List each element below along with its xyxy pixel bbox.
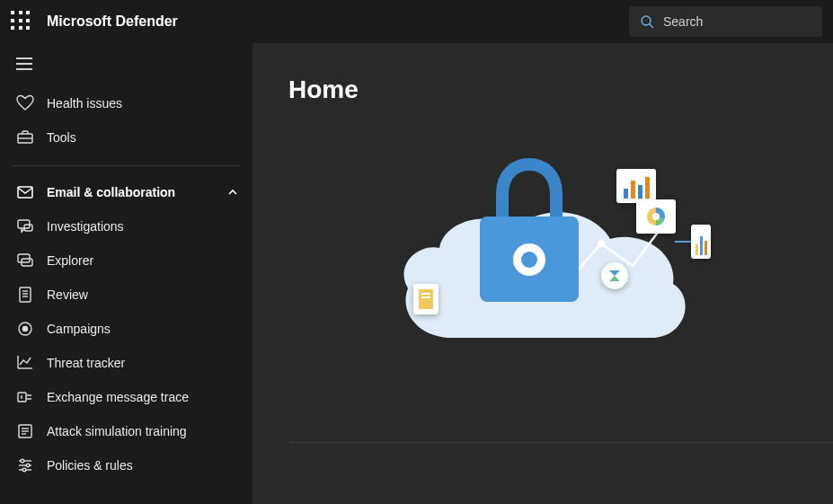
sidebar-item-label: Threat tracker [47,356,239,370]
sidebar-item-label: Investigations [47,219,239,234]
svg-rect-34 [419,289,433,309]
svg-point-28 [22,468,26,472]
svg-rect-7 [18,187,32,198]
chart-line-icon [16,354,34,372]
app-title: Microsoft Defender [47,13,178,30]
sidebar-item-label: Explorer [47,253,239,268]
pie-chart-card [636,199,676,234]
sidebar-item-label: Health issues [47,96,239,111]
search-box[interactable] [629,6,822,37]
sidebar-section-email-collaboration[interactable]: Email & collaboration [0,175,252,209]
svg-line-1 [650,24,653,28]
phone-card [691,225,711,259]
sidebar-toggle[interactable] [0,50,252,86]
page-title: Home [288,75,797,104]
target-icon [16,320,34,338]
svg-point-26 [26,464,30,467]
exchange-icon [16,388,34,406]
main-content: Home [253,43,833,504]
sidebar-item-exchange-message-trace[interactable]: Exchange message trace [0,380,252,414]
sidebar-item-investigations[interactable]: Investigations [0,209,252,243]
hourglass-card [601,262,628,289]
svg-point-24 [21,459,24,463]
sidebar-item-attack-simulation-training[interactable]: Attack simulation training [0,414,252,448]
sliders-icon [16,456,34,474]
toolbox-icon [16,128,34,146]
lock-icon [471,154,588,306]
sidebar-item-policies-rules[interactable]: Policies & rules [0,448,252,482]
svg-rect-36 [421,296,430,298]
mail-icon [16,183,34,201]
app-launcher-icon[interactable] [11,11,32,32]
hamburger-icon [16,57,32,70]
sidebar-item-label: Review [47,287,239,302]
bar-chart-card [616,169,656,203]
sidebar-item-review[interactable]: Review [0,278,252,312]
svg-rect-12 [20,287,31,302]
explorer-icon [16,252,34,270]
chat-icon [16,217,34,235]
svg-point-0 [642,16,651,25]
svg-rect-35 [421,293,430,295]
search-input[interactable] [663,14,811,29]
svg-point-38 [652,213,660,220]
app-header: Microsoft Defender [0,0,833,43]
sidebar-item-label: Attack simulation training [47,424,239,438]
sidebar: Health issues Tools [0,43,253,504]
small-doc-card [413,284,439,314]
heart-icon [16,94,34,112]
search-icon [640,14,654,29]
sidebar-item-explorer[interactable]: Explorer [0,243,252,278]
svg-point-30 [598,241,604,246]
sidebar-item-campaigns[interactable]: Campaigns [0,312,252,346]
hero-illustration [381,149,705,347]
sidebar-section-label: Email & collaboration [47,185,214,199]
sidebar-item-label: Tools [47,130,239,145]
sidebar-item-label: Campaigns [47,322,239,336]
sidebar-item-health-issues[interactable]: Health issues [0,86,252,120]
sidebar-item-threat-tracker[interactable]: Threat tracker [0,346,252,380]
svg-point-17 [23,327,28,332]
simulation-icon [16,422,34,440]
sidebar-item-label: Policies & rules [47,458,239,473]
document-icon [16,286,34,304]
sidebar-item-label: Exchange message trace [47,390,239,404]
sidebar-item-tools[interactable]: Tools [0,120,252,155]
svg-point-33 [521,252,537,268]
sidebar-divider [13,165,239,166]
content-divider [288,442,833,443]
chevron-up-icon [226,186,239,199]
